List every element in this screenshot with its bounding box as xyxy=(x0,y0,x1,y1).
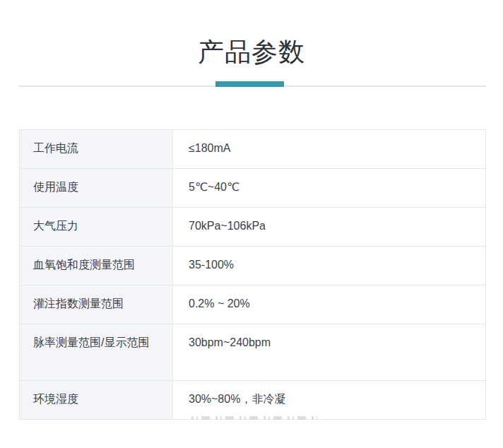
section-title: 产品参数 xyxy=(0,37,503,67)
spec-value: 5℃~40℃ xyxy=(173,169,486,208)
table-row: 血氧饱和度测量范围 35-100% xyxy=(20,247,486,285)
spec-value: ≤180mA xyxy=(173,130,486,169)
spec-label: 灌注指数测量范围 xyxy=(20,285,173,324)
spec-value: 35-100% xyxy=(173,247,486,285)
spec-label: 使用温度 xyxy=(20,169,173,208)
table-row: 大气压力 70kPa~106kPa xyxy=(20,208,486,247)
table-row: 灌注指数测量范围 0.2% ~ 20% xyxy=(20,285,486,324)
spec-label: 脉率测量范围/显示范围 xyxy=(20,324,173,381)
spec-value: 30%~80%，非冷凝 xyxy=(173,381,486,420)
spec-value: 0.2% ~ 20% xyxy=(173,285,486,324)
spec-label: 血氧饱和度测量范围 xyxy=(20,247,173,285)
spec-value: 70kPa~106kPa xyxy=(173,208,486,247)
title-accent-bar xyxy=(215,81,284,87)
table-row: 使用温度 5℃~40℃ xyxy=(20,169,486,208)
spec-label: 工作电流 xyxy=(20,130,173,169)
spec-label: 环境湿度 xyxy=(20,381,173,420)
spec-table: 工作电流 ≤180mA 使用温度 5℃~40℃ 大气压力 70kPa~106kP… xyxy=(19,129,486,420)
spec-label: 大气压力 xyxy=(20,208,173,247)
spec-value: 30bpm~240bpm xyxy=(173,324,486,381)
table-row: 脉率测量范围/显示范围 30bpm~240bpm xyxy=(20,324,486,381)
table-row: 工作电流 ≤180mA xyxy=(20,130,486,169)
table-row: 环境湿度 30%~80%，非冷凝 xyxy=(20,381,486,420)
watermark-remnant xyxy=(191,416,317,420)
product-parameters-section: 产品参数 工作电流 ≤180mA 使用温度 5℃~40℃ 大气压力 70kPa~… xyxy=(0,0,503,448)
